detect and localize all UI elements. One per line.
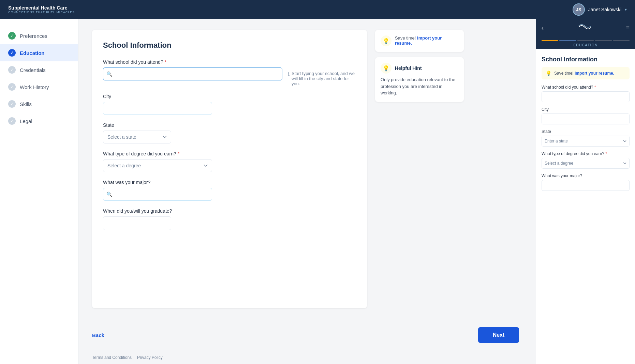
main-content: School Information What school did you a… [78,19,477,319]
legal-check-icon: ✓ [8,117,16,125]
graduate-label: When did you/will you graduate? [103,208,356,214]
mobile-school-input[interactable] [542,91,630,102]
mobile-city-input[interactable] [542,113,630,124]
sidebar-item-preferences[interactable]: ✓ Preferences [0,27,78,44]
mobile-save-time-text: Save time! Import your resume. [554,71,614,76]
progress-seg-4 [595,40,611,41]
app-header: Supplemental Health Care CONNECTIONS THA… [0,0,635,19]
city-input[interactable] [103,102,212,115]
mobile-state-group: State Enter a state [542,129,630,147]
import-resume-card: 💡 Save time! Import your resume. [375,30,464,52]
form-card: School Information What school did you a… [92,30,367,308]
next-button[interactable]: Next [478,327,519,343]
mobile-degree-select[interactable]: Select a degree [542,158,630,169]
school-label: What school did you attend? * [103,59,356,65]
school-search-icon: 🔍 [106,71,112,77]
major-label: What was your major? [103,180,356,185]
mobile-degree-required: * [605,151,607,156]
navigation-buttons: Back Next [78,319,533,351]
right-panel: 💡 Save time! Import your resume. 💡 Helpf… [375,30,464,308]
school-hint-text: ℹ Start typing your school, and we will … [288,67,356,86]
sidebar-item-label: Preferences [20,33,47,39]
mobile-degree-label: What type of degree did you earn? * [542,151,630,156]
mobile-back-icon[interactable]: ‹ [542,25,544,32]
school-required-marker: * [165,59,166,65]
mobile-city-label: City [542,107,630,112]
mobile-form-title: School Information [542,56,630,63]
chevron-down-icon: ▾ [625,7,627,12]
mobile-menu-icon[interactable]: ≡ [626,25,630,32]
sidebar: ✓ Preferences ✓ Education ✓ Credentials … [0,19,78,364]
mobile-major-input[interactable] [542,180,630,191]
mobile-preview-panel: ‹ ≡ EDUCATION School Information 💡 Save … [536,19,635,364]
sidebar-item-credentials[interactable]: ✓ Credentials [0,61,78,78]
footer: Terms and Conditions Privacy Policy [78,351,533,364]
degree-field-group: What type of degree did you earn? * Sele… [103,151,356,172]
user-name: Janet Sakowski [588,7,621,12]
helpful-hint-title: Helpful Hint [395,65,422,71]
sidebar-item-label: Education [20,50,45,56]
form-title: School Information [103,41,356,50]
mobile-school-input-wrapper: 🔍 [542,91,630,102]
mobile-major-label: What was your major? [542,173,630,178]
credentials-check-icon: ✓ [8,66,16,74]
state-label: State [103,122,356,128]
mobile-header: ‹ ≡ [536,19,635,37]
education-check-icon: ✓ [8,49,16,57]
sidebar-item-label: Legal [20,118,32,124]
mobile-city-group: City [542,107,630,124]
logo-text: Supplemental Health Care [8,5,75,11]
mobile-import-link[interactable]: Import your resume. [575,71,614,76]
mobile-save-time-tip: 💡 Save time! Import your resume. [542,67,630,79]
user-menu[interactable]: JS Janet Sakowski ▾ [573,3,627,16]
mobile-tip-icon: 💡 [546,71,551,76]
save-time-text: Save time! Import your resume. [395,35,458,46]
major-search-icon: 🔍 [106,192,112,197]
avatar: JS [573,3,585,16]
save-time-icon: 💡 [381,35,392,46]
degree-label: What type of degree did you earn? * [103,151,356,156]
mobile-content: School Information 💡 Save time! Import y… [536,49,635,364]
city-label: City [103,94,356,99]
sidebar-item-education[interactable]: ✓ Education [0,44,78,61]
major-field-group: What was your major? 🔍 [103,180,356,201]
school-input[interactable] [103,67,282,80]
graduate-date-wrapper: 📅 [103,216,171,230]
mobile-progress-bar [536,37,635,41]
logo: Supplemental Health Care CONNECTIONS THA… [8,5,75,14]
mobile-school-required: * [594,85,596,90]
sidebar-item-legal[interactable]: ✓ Legal [0,112,78,130]
mobile-school-label: What school did you attend? * [542,85,630,90]
progress-seg-1 [542,40,558,41]
helpful-hint-icon: 💡 [381,63,392,74]
helpful-hint-card: 💡 Helpful Hint Only provide education re… [375,57,464,102]
degree-required-marker: * [178,151,179,156]
mobile-major-group: What was your major? 🔍 [542,173,630,191]
terms-link[interactable]: Terms and Conditions [92,355,132,360]
progress-seg-2 [559,40,576,41]
sidebar-item-label: Work History [20,84,49,90]
hint-info-icon: ℹ [288,71,290,77]
back-button[interactable]: Back [92,329,104,342]
mobile-state-label: State [542,129,630,134]
major-input[interactable] [103,188,212,201]
graduate-date-input[interactable] [103,217,171,229]
work-history-check-icon: ✓ [8,83,16,91]
state-select[interactable]: Select a state [103,131,171,143]
mobile-state-select[interactable]: Enter a state [542,136,630,147]
preferences-check-icon: ✓ [8,32,16,40]
mobile-school-group: What school did you attend? * 🔍 [542,85,630,102]
sidebar-item-work-history[interactable]: ✓ Work History [0,78,78,95]
school-field-group: What school did you attend? * 🔍 ℹ Start … [103,59,356,86]
sidebar-item-skills[interactable]: ✓ Skills [0,95,78,112]
major-input-wrapper: 🔍 [103,188,212,201]
helpful-hint-body: Only provide education relevant to the p… [381,76,458,96]
mobile-section-label: EDUCATION [536,41,635,49]
city-field-group: City [103,94,356,115]
state-field-group: State Select a state [103,122,356,143]
school-input-with-hint: 🔍 ℹ Start typing your school, and we wil… [103,67,356,86]
degree-select[interactable]: Select a degree [103,159,212,172]
privacy-link[interactable]: Privacy Policy [137,355,163,360]
mobile-logo-icon [578,23,592,33]
school-input-wrapper: 🔍 [103,67,282,80]
